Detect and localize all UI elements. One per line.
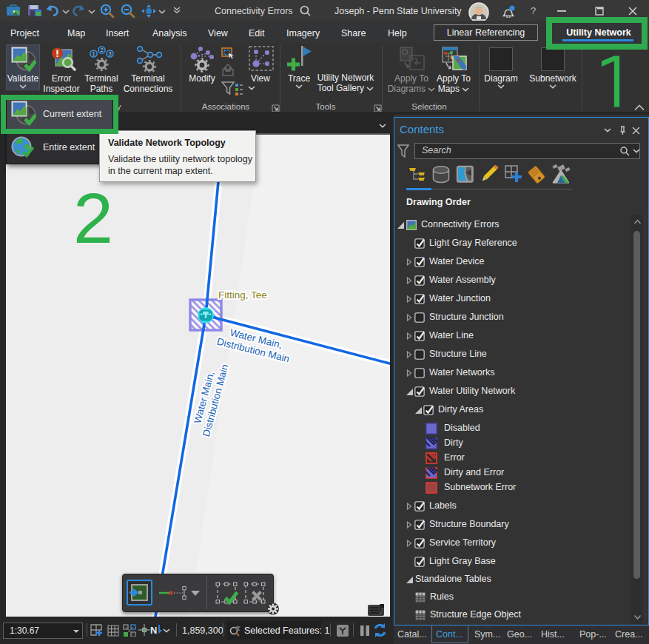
svg-text:3: 3 [108,50,111,57]
svg-text:Fitting, Tee: Fitting, Tee [218,289,267,301]
svg-text:2: 2 [100,47,103,53]
svg-text:N: N [150,625,157,636]
svg-text:1: 1 [92,50,95,57]
